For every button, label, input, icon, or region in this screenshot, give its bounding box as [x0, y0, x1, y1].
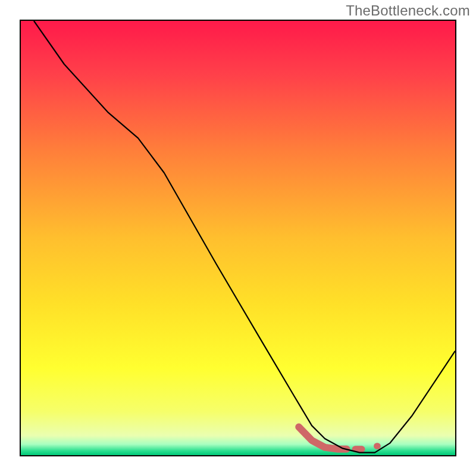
series-highlight-main [299, 427, 346, 449]
chart-frame: TheBottleneck.com [0, 0, 476, 476]
series-curve [34, 21, 455, 453]
watermark-text: TheBottleneck.com [346, 2, 470, 19]
plot-area [20, 20, 456, 456]
chart-lines [21, 21, 455, 455]
